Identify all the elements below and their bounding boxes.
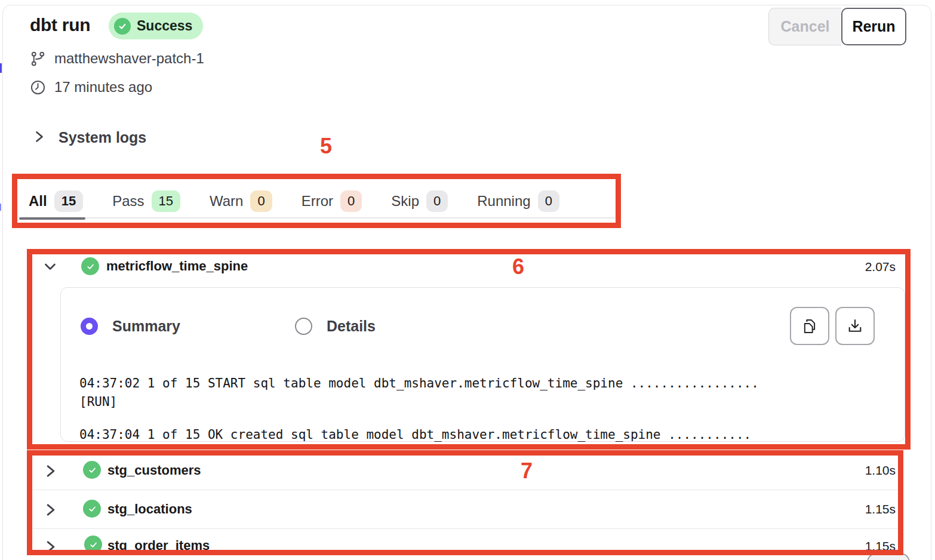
log-view-options: Summary Details <box>81 318 376 335</box>
details-radio[interactable]: Details <box>295 318 376 335</box>
tab-skip-count: 0 <box>426 190 448 212</box>
summary-radio[interactable]: Summary <box>81 318 180 335</box>
cursor-artifact <box>0 63 2 73</box>
tab-all-count: 15 <box>54 190 83 212</box>
tab-skip[interactable]: Skip 0 <box>391 184 448 218</box>
summary-radio-label: Summary <box>112 318 180 335</box>
chevron-right-icon[interactable] <box>45 502 57 520</box>
tab-error[interactable]: Error 0 <box>302 184 362 218</box>
success-check-icon <box>83 461 101 479</box>
step-name[interactable]: metricflow_time_spine <box>106 259 248 274</box>
row-divider <box>32 528 898 529</box>
log-output: 04:37:02 1 of 15 START sql table model d… <box>79 374 856 444</box>
tab-warn[interactable]: Warn 0 <box>210 184 272 218</box>
step-name[interactable]: stg_order_items <box>107 538 210 553</box>
time-row: 17 minutes ago <box>30 79 152 96</box>
tab-all[interactable]: All 15 <box>29 184 83 218</box>
chevron-right-icon[interactable] <box>45 463 57 481</box>
run-actions: Cancel Rerun <box>768 8 906 45</box>
tab-pass-label: Pass <box>112 193 144 210</box>
annotation-number-6: 6 <box>512 254 524 279</box>
row-divider <box>32 490 898 490</box>
tab-warn-count: 0 <box>250 190 272 212</box>
tab-running-label: Running <box>477 193 530 210</box>
chevron-right-icon[interactable] <box>33 130 45 146</box>
step-name[interactable]: stg_customers <box>107 463 201 478</box>
tab-all-label: All <box>29 193 47 210</box>
success-check-icon <box>83 500 101 518</box>
tab-error-label: Error <box>302 193 333 210</box>
git-branch-icon <box>30 51 46 67</box>
step-duration: 2.07s <box>824 260 896 274</box>
branch-row: matthewshaver-patch-1 <box>30 50 204 67</box>
success-check-icon <box>84 536 102 553</box>
tab-warn-label: Warn <box>210 193 243 210</box>
clock-icon <box>30 79 46 96</box>
step-name[interactable]: stg_locations <box>107 501 192 517</box>
step-duration: 1.15s <box>818 539 896 553</box>
run-time-ago: 17 minutes ago <box>54 79 152 96</box>
tab-running[interactable]: Running 0 <box>477 184 559 218</box>
page-title: dbt run <box>30 15 90 35</box>
status-badge-label: Success <box>137 18 192 34</box>
chevron-right-icon[interactable] <box>45 539 57 557</box>
annotation-number-5: 5 <box>320 134 332 159</box>
step-duration: 1.15s <box>818 502 896 516</box>
check-circle-icon <box>114 18 131 35</box>
copy-logs-button[interactable] <box>790 307 829 345</box>
branch-name: matthewshaver-patch-1 <box>54 50 204 67</box>
cancel-button[interactable]: Cancel <box>768 8 841 45</box>
success-check-icon <box>81 257 99 275</box>
scroll-control-partial[interactable] <box>867 553 910 560</box>
log-entry: 04:37:02 1 of 15 START sql table model d… <box>79 374 856 411</box>
chevron-down-icon[interactable] <box>43 260 57 275</box>
step-duration: 1.10s <box>818 463 896 478</box>
tab-pass-count: 15 <box>152 190 180 212</box>
system-logs-label: System logs <box>59 129 146 146</box>
tab-pass[interactable]: Pass 15 <box>112 184 180 218</box>
download-logs-button[interactable] <box>835 307 875 345</box>
tab-skip-label: Skip <box>391 193 419 210</box>
details-radio-label: Details <box>327 318 376 335</box>
rerun-button[interactable]: Rerun <box>841 8 906 45</box>
tab-running-count: 0 <box>538 190 559 212</box>
status-badge: Success <box>109 13 203 39</box>
radio-unselected-icon[interactable] <box>295 318 312 335</box>
log-entry: 04:37:04 1 of 15 OK created sql table mo… <box>79 426 856 444</box>
radio-selected-icon[interactable] <box>81 318 98 335</box>
cursor-artifact <box>0 204 1 211</box>
system-logs-toggle[interactable]: System logs <box>33 129 146 146</box>
tab-error-count: 0 <box>340 190 362 212</box>
annotation-number-7: 7 <box>521 459 533 484</box>
status-filter-tabs: All 15 Pass 15 Warn 0 Error 0 Skip 0 Run… <box>29 185 616 219</box>
